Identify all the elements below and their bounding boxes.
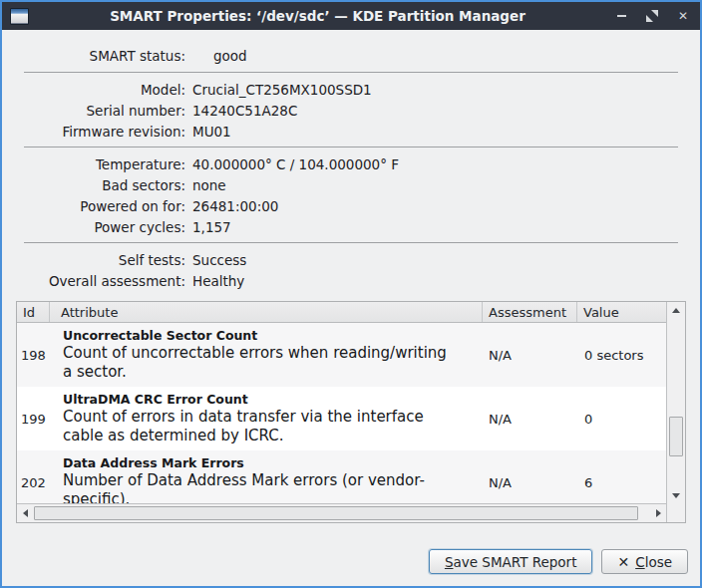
smart-info-form: SMART status: good Model: Crucial_CT256M… <box>2 30 700 291</box>
app-icon <box>10 8 29 25</box>
self-tests-label: Self tests: <box>2 252 185 268</box>
column-header-attribute[interactable]: Attribute <box>50 302 483 322</box>
attributes-table: Id Attribute Assessment Value 198 Uncorr… <box>16 301 686 523</box>
save-button-label: Save SMART Report <box>445 554 577 570</box>
horizontal-scrollbar[interactable] <box>17 503 666 522</box>
table-row-202[interactable]: 202 Data Address Mark Errors Number of D… <box>17 450 666 503</box>
horizontal-scrollbar-track[interactable] <box>33 504 650 522</box>
smart-status-label: SMART status: <box>2 48 185 64</box>
attribute-description: Number of Data Address Mark errors (or v… <box>63 471 477 503</box>
bad-sectors-row: Bad sectors: none <box>2 174 700 195</box>
attribute-name: Data Address Mark Errors <box>63 454 477 471</box>
attribute-value: 6 <box>577 450 666 503</box>
firmware-revision-label: Firmware revision: <box>2 124 185 140</box>
serial-number-value: 14240C51A28C <box>192 103 297 119</box>
section-divider <box>24 72 678 73</box>
scroll-up-icon <box>672 308 680 313</box>
smart-status-value: good <box>213 48 247 64</box>
column-header-id[interactable]: Id <box>17 302 50 322</box>
dialog-button-row: Save SMART Report ✕ Close <box>2 549 700 586</box>
window-controls: ✕ <box>614 9 690 23</box>
temperature-row: Temperature: 40.000000° C / 104.000000° … <box>2 153 700 174</box>
attribute-cell: Uncorrectable Sector Count Count of unco… <box>50 323 483 387</box>
self-tests-row: Self tests: Success <box>2 249 700 270</box>
scroll-down-icon <box>672 493 680 498</box>
scrollbar-corner <box>667 503 685 522</box>
attribute-name: UltraDMA CRC Error Count <box>63 391 477 408</box>
self-tests-value: Success <box>192 252 246 268</box>
attribute-assessment: N/A <box>483 387 577 450</box>
restore-button[interactable] <box>645 9 659 23</box>
column-header-assessment[interactable]: Assessment <box>483 302 577 322</box>
overall-assessment-row: Overall assessment: Healthy <box>2 270 700 291</box>
table-row-199[interactable]: 199 UltraDMA CRC Error Count Count of er… <box>17 387 666 450</box>
powered-on-label: Powered on for: <box>2 198 185 214</box>
smart-status-row: SMART status: good <box>2 45 700 67</box>
attribute-assessment: N/A <box>483 323 577 387</box>
serial-number-row: Serial number: 14240C51A28C <box>2 100 700 121</box>
titlebar[interactable]: SMART Properties: ‘/dev/sdc’ — KDE Parti… <box>2 2 700 30</box>
close-icon: ✕ <box>678 10 688 22</box>
bad-sectors-value: none <box>192 177 226 193</box>
attribute-value: 0 <box>577 387 666 450</box>
bad-sectors-label: Bad sectors: <box>2 177 185 193</box>
column-header-value[interactable]: Value <box>577 302 666 322</box>
scroll-right-button[interactable] <box>650 504 666 522</box>
serial-number-label: Serial number: <box>2 103 185 119</box>
minimize-icon <box>617 15 626 17</box>
attribute-cell: Data Address Mark Errors Number of Data … <box>50 450 483 503</box>
powered-on-value: 26481:00:00 <box>192 198 278 214</box>
scroll-right-icon <box>656 509 661 517</box>
attribute-value: 0 sectors <box>577 323 666 387</box>
section-divider <box>24 147 678 147</box>
attributes-table-main: Id Attribute Assessment Value 198 Uncorr… <box>17 302 666 522</box>
overall-assessment-value: Healthy <box>192 273 244 289</box>
attribute-name: Uncorrectable Sector Count <box>63 327 477 344</box>
restore-icon <box>646 10 658 22</box>
save-smart-report-button[interactable]: Save SMART Report <box>429 549 593 574</box>
attribute-assessment: N/A <box>483 450 577 503</box>
horizontal-scrollbar-thumb[interactable] <box>34 506 638 520</box>
attribute-description: Count of uncorrectable errors when readi… <box>63 344 477 382</box>
power-cycles-row: Power cycles: 1,157 <box>2 216 700 237</box>
overall-assessment-label: Overall assessment: <box>2 273 185 289</box>
firmware-revision-row: Firmware revision: MU01 <box>2 121 700 142</box>
power-cycles-value: 1,157 <box>192 219 231 235</box>
smart-properties-dialog: SMART Properties: ‘/dev/sdc’ — KDE Parti… <box>0 0 702 588</box>
attribute-id: 202 <box>17 450 50 503</box>
table-body: 198 Uncorrectable Sector Count Count of … <box>17 323 666 503</box>
window-title: SMART Properties: ‘/dev/sdc’ — KDE Parti… <box>29 8 606 24</box>
scroll-down-button[interactable] <box>667 487 685 503</box>
section-divider <box>24 242 678 243</box>
table-row-198[interactable]: 198 Uncorrectable Sector Count Count of … <box>17 323 666 387</box>
vertical-scrollbar[interactable] <box>666 302 685 522</box>
model-value: Crucial_CT256MX100SSD1 <box>192 82 372 98</box>
attribute-cell: UltraDMA CRC Error Count Count of errors… <box>50 387 483 450</box>
close-dialog-button[interactable]: ✕ Close <box>601 549 688 574</box>
firmware-revision-value: MU01 <box>192 124 231 140</box>
attribute-id: 199 <box>17 387 50 450</box>
minimize-button[interactable] <box>614 9 628 23</box>
close-button-label: Close <box>635 554 672 570</box>
attribute-description: Count of errors in data transfer via the… <box>63 408 477 445</box>
table-header: Id Attribute Assessment Value <box>17 302 666 323</box>
model-row: Model: Crucial_CT256MX100SSD1 <box>2 79 700 100</box>
temperature-value: 40.000000° C / 104.000000° F <box>192 156 399 172</box>
vertical-scrollbar-thumb[interactable] <box>669 417 683 456</box>
temperature-label: Temperature: <box>2 156 185 172</box>
close-button[interactable]: ✕ <box>676 9 690 23</box>
scroll-up-button[interactable] <box>667 302 685 318</box>
powered-on-row: Powered on for: 26481:00:00 <box>2 195 700 216</box>
power-cycles-label: Power cycles: <box>2 219 185 235</box>
vertical-scrollbar-track[interactable] <box>667 318 685 487</box>
scroll-left-button[interactable] <box>17 504 33 522</box>
close-x-icon: ✕ <box>617 555 629 569</box>
model-label: Model: <box>2 82 185 98</box>
scroll-left-icon <box>23 509 28 517</box>
attribute-id: 198 <box>17 323 50 387</box>
